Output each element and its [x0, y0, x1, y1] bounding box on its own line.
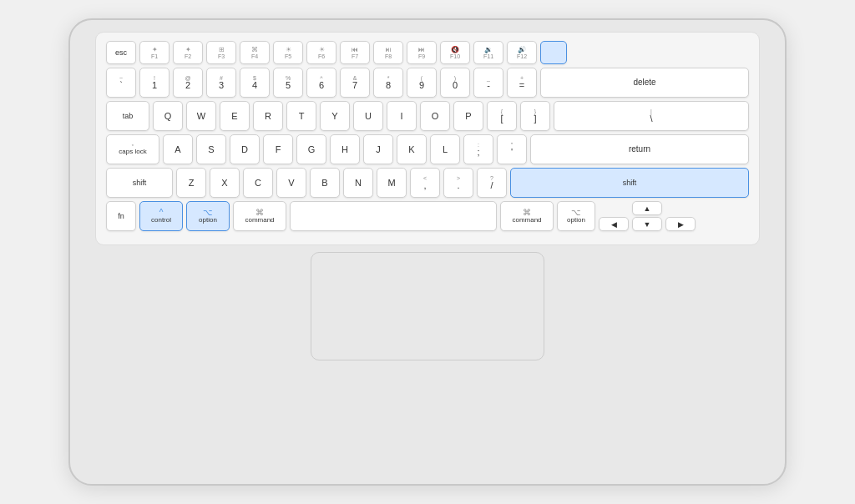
key-w[interactable]: W [186, 101, 216, 131]
key-n[interactable]: N [343, 168, 373, 198]
key-delete[interactable]: delete [540, 68, 749, 98]
key-rbracket[interactable]: }] [520, 101, 550, 131]
key-f[interactable]: F [263, 134, 293, 164]
key-f4[interactable]: ⌘F4 [240, 41, 270, 64]
key-command-right[interactable]: ⌘ command [500, 201, 554, 231]
key-9[interactable]: (9 [407, 68, 437, 98]
key-g[interactable]: G [296, 134, 326, 164]
laptop-body: esc ✦F1 ✦F2 ⊞F3 ⌘F4 ☀F5 ☀F6 ⏮F7 ⏯F8 ⏭F9 … [68, 18, 787, 486]
key-b[interactable]: B [310, 168, 340, 198]
key-shift-left[interactable]: shift [106, 168, 173, 198]
key-m[interactable]: M [377, 168, 407, 198]
asdf-row: *caps lock A S D F G H J K L :; "' retur… [106, 134, 749, 164]
key-i[interactable]: I [387, 101, 417, 131]
key-f1[interactable]: ✦F1 [139, 41, 169, 64]
key-semicolon[interactable]: :; [463, 134, 493, 164]
key-quote[interactable]: "' [497, 134, 527, 164]
key-space[interactable] [290, 201, 497, 231]
key-f6[interactable]: ☀F6 [306, 41, 336, 64]
key-arrow-up[interactable]: ▲ [632, 201, 662, 215]
key-f2[interactable]: ✦F2 [173, 41, 203, 64]
key-r[interactable]: R [253, 101, 283, 131]
key-5[interactable]: %5 [273, 68, 303, 98]
key-2[interactable]: @2 [173, 68, 203, 98]
key-arrow-right[interactable]: ▶ [665, 217, 696, 231]
key-q[interactable]: Q [153, 101, 183, 131]
key-comma[interactable]: <, [410, 168, 440, 198]
key-control[interactable]: ^ control [139, 201, 183, 231]
key-o[interactable]: O [420, 101, 450, 131]
key-f3[interactable]: ⊞F3 [206, 41, 236, 64]
bottom-row: fn ^ control ⌥ option ⌘ command ⌘ comman… [106, 201, 749, 231]
key-tab[interactable]: tab [106, 101, 149, 131]
key-option-left[interactable]: ⌥ option [186, 201, 230, 231]
key-e[interactable]: E [220, 101, 250, 131]
key-y[interactable]: Y [320, 101, 350, 131]
key-v[interactable]: V [276, 168, 306, 198]
key-f5[interactable]: ☀F5 [273, 41, 303, 64]
key-8[interactable]: *8 [373, 68, 403, 98]
key-slash[interactable]: ?/ [477, 168, 507, 198]
key-x[interactable]: X [210, 168, 240, 198]
key-u[interactable]: U [353, 101, 383, 131]
number-row: ~` !1 @2 #3 $4 %5 ^6 &7 *8 (9 )0 _- += d… [106, 68, 749, 98]
key-return[interactable]: return [530, 134, 749, 164]
key-4[interactable]: $4 [240, 68, 270, 98]
key-t[interactable]: T [286, 101, 316, 131]
key-d[interactable]: D [230, 134, 260, 164]
key-power[interactable] [540, 41, 567, 64]
key-minus[interactable]: _- [473, 68, 503, 98]
key-f10[interactable]: 🔇F10 [440, 41, 470, 64]
key-backslash[interactable]: |\ [554, 101, 749, 131]
key-0[interactable]: )0 [440, 68, 470, 98]
key-p[interactable]: P [453, 101, 483, 131]
key-s[interactable]: S [196, 134, 226, 164]
key-7[interactable]: &7 [340, 68, 370, 98]
key-3[interactable]: #3 [206, 68, 236, 98]
key-f7[interactable]: ⏮F7 [340, 41, 370, 64]
key-shift-right[interactable]: shift [510, 168, 749, 198]
key-a[interactable]: A [163, 134, 193, 164]
qwerty-row: tab Q W E R T Y U I O P {[ }] |\ [106, 101, 749, 131]
key-j[interactable]: J [363, 134, 393, 164]
key-f11[interactable]: 🔉F11 [473, 41, 503, 64]
key-f8[interactable]: ⏯F8 [373, 41, 403, 64]
keyboard: esc ✦F1 ✦F2 ⊞F3 ⌘F4 ☀F5 ☀F6 ⏮F7 ⏯F8 ⏭F9 … [95, 32, 760, 245]
key-l[interactable]: L [430, 134, 460, 164]
key-z[interactable]: Z [176, 168, 206, 198]
key-equals[interactable]: += [507, 68, 537, 98]
key-k[interactable]: K [397, 134, 427, 164]
fn-row: esc ✦F1 ✦F2 ⊞F3 ⌘F4 ☀F5 ☀F6 ⏮F7 ⏯F8 ⏭F9 … [106, 41, 749, 64]
key-h[interactable]: H [330, 134, 360, 164]
zxcv-row: shift Z X C V B N M <, >. ?/ shift [106, 168, 749, 198]
key-arrow-down[interactable]: ▼ [632, 217, 662, 231]
key-backtick[interactable]: ~` [106, 68, 136, 98]
trackpad[interactable] [311, 252, 544, 360]
key-fn[interactable]: fn [106, 201, 136, 231]
key-lbracket[interactable]: {[ [487, 101, 517, 131]
key-1[interactable]: !1 [139, 68, 169, 98]
key-6[interactable]: ^6 [306, 68, 336, 98]
key-option-right[interactable]: ⌥ option [557, 201, 595, 231]
key-esc[interactable]: esc [106, 41, 136, 64]
key-command-left[interactable]: ⌘ command [233, 201, 286, 231]
key-capslock[interactable]: *caps lock [106, 134, 159, 164]
key-c[interactable]: C [243, 168, 273, 198]
key-f9[interactable]: ⏭F9 [407, 41, 437, 64]
key-arrow-left[interactable]: ◀ [599, 217, 629, 231]
key-f12[interactable]: 🔊F12 [507, 41, 537, 64]
key-period[interactable]: >. [443, 168, 473, 198]
